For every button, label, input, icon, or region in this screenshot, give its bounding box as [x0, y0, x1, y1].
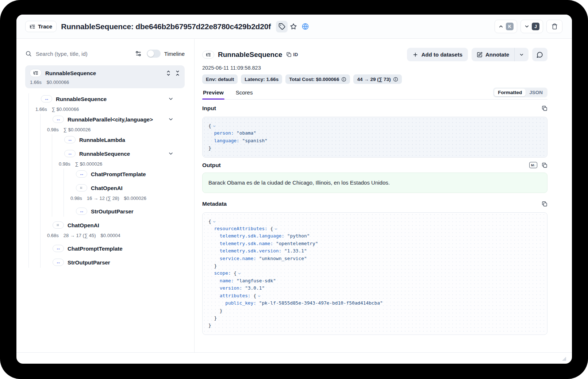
window-header: Trace RunnableSequence: dbe646b2b67957d2…: [16, 15, 572, 39]
collapse-chevron-icon[interactable]: [212, 124, 216, 128]
filter-settings-icon[interactable]: [135, 50, 142, 57]
json-line: language: "spanish": [208, 137, 541, 144]
add-to-datasets-button[interactable]: Add to datasets: [407, 48, 468, 61]
metric-badge: 44 → 29 (∑ 73): [353, 74, 401, 84]
format-toggle: Formatted JSON: [493, 88, 547, 97]
shortcut-key-k: K: [506, 23, 514, 30]
node-label: RunnableSequence: [79, 151, 130, 157]
span-icon: ↔: [76, 208, 87, 215]
format-option-json[interactable]: JSON: [526, 89, 546, 96]
trace-tree-node[interactable]: ↔StrOutputParser: [64, 206, 185, 217]
input-json-viewer: {person: "obama"language: "spanish"}: [202, 117, 547, 158]
copy-metadata-icon[interactable]: [542, 201, 547, 207]
json-line: }: [208, 322, 541, 329]
markdown-toggle-icon[interactable]: M↓: [529, 162, 537, 168]
tab-preview[interactable]: Preview: [202, 89, 224, 99]
prev-trace-button[interactable]: K: [495, 20, 517, 33]
collapse-chevron-icon[interactable]: [274, 227, 278, 231]
trace-timestamp: 2025-06-11 11:09:58.823: [202, 65, 547, 71]
search-icon: [25, 50, 32, 57]
copy-id-icon[interactable]: [286, 52, 292, 57]
chevron-down-icon[interactable]: [168, 96, 174, 102]
node-label: StrOutputParser: [91, 208, 134, 214]
annotate-split-button: Annotate: [472, 48, 529, 61]
edit-icon: [477, 52, 483, 58]
trace-tree-node[interactable]: ChatOpenAI: [41, 220, 185, 231]
app-window: Trace RunnableSequence: dbe646b2b67957d2…: [16, 15, 572, 364]
node-label: ChatOpenAI: [68, 222, 99, 228]
json-line: telemetry.sdk.version: "1.33.1": [208, 247, 541, 255]
trace-tree-node[interactable]: ↔RunnableParallel<city,language>: [41, 114, 185, 125]
trace-tree: ↔RunnableSequence1.66s∑ $0.000066↔Runnab…: [25, 93, 185, 268]
timeline-toggle[interactable]: [147, 50, 161, 58]
copy-input-icon[interactable]: [542, 105, 547, 111]
public-link-button[interactable]: [299, 21, 311, 32]
json-line: }: [208, 262, 541, 270]
observation-detail-panel: RunnableSequence ID Add to datasets: [195, 39, 572, 352]
trace-tree-node[interactable]: ↔ChatPromptTemplate: [64, 169, 185, 179]
output-section-title: Output: [202, 162, 221, 169]
info-icon[interactable]: [393, 77, 398, 82]
next-trace-button[interactable]: J: [520, 20, 543, 33]
collapse-chevron-icon[interactable]: [257, 294, 261, 298]
span-icon: ↔: [64, 136, 76, 143]
root-node-metrics: 1.66s $0.000066: [30, 80, 180, 85]
json-line: public_key: "pk-lf-5855d85e-3943-497e-bd…: [208, 299, 541, 307]
copy-output-icon[interactable]: [542, 162, 547, 168]
annotate-dropdown-button[interactable]: [515, 48, 529, 61]
info-icon[interactable]: [341, 77, 346, 82]
node-metrics: 0.98s∑ $0.000026: [41, 125, 185, 134]
comment-bubble-icon: [537, 51, 543, 58]
trace-tree-node[interactable]: ↔RunnableSequence: [29, 93, 185, 104]
expand-all-icon[interactable]: [166, 70, 171, 76]
star-button[interactable]: [288, 21, 299, 32]
annotate-button[interactable]: Annotate: [472, 48, 514, 61]
chevron-down-icon: [524, 24, 530, 29]
json-line: resourceAttributes: {: [208, 225, 541, 232]
chevron-up-icon: [498, 24, 504, 29]
json-line: scope: {: [208, 270, 541, 277]
collapse-chevron-icon[interactable]: [212, 220, 216, 224]
span-icon: ↔: [41, 95, 52, 103]
shortcut-key-j: J: [532, 23, 539, 30]
delete-trace-button[interactable]: [546, 20, 562, 33]
trace-tree-node[interactable]: ↔RunnableSequence: [52, 148, 185, 159]
chevron-down-icon[interactable]: [168, 116, 174, 122]
node-label: ChatPromptTemplate: [68, 245, 123, 252]
search-input[interactable]: [36, 51, 135, 57]
detail-tabs: Preview Scores Formatted JSON: [202, 88, 547, 100]
node-label: RunnableParallel<city,language>: [68, 116, 153, 123]
globe-icon: [301, 23, 309, 30]
collapse-chevron-icon[interactable]: [238, 272, 241, 275]
tag-icon: [278, 23, 285, 30]
trace-type-badge: Trace: [25, 21, 57, 32]
json-line: }: [208, 314, 541, 322]
node-label: ChatOpenAI: [91, 185, 123, 191]
trace-tree-node[interactable]: ↔StrOutputParser: [41, 257, 185, 268]
star-icon: [290, 23, 297, 30]
list-tree-icon: [30, 24, 35, 30]
json-line: version: "3.0.1": [208, 285, 541, 292]
chevron-down-icon[interactable]: [168, 151, 174, 156]
resize-handle[interactable]: [562, 357, 566, 361]
format-option-formatted[interactable]: Formatted: [494, 89, 526, 96]
trace-root-node[interactable]: RunnableSequence 1.66s $0.000066: [25, 65, 185, 88]
generation-icon: [53, 221, 64, 229]
trace-tree-node[interactable]: ChatOpenAI: [64, 182, 185, 193]
json-line: }: [208, 307, 541, 314]
metrics-row: Env: defaultLatency: 1.66sTotal Cost: $0…: [202, 74, 547, 84]
trace-tree-node[interactable]: ↔ChatPromptTemplate: [41, 243, 185, 254]
node-label: StrOutputParser: [68, 259, 110, 266]
comments-button[interactable]: [532, 48, 547, 61]
tab-scores[interactable]: Scores: [235, 89, 254, 99]
tag-button[interactable]: [276, 21, 288, 32]
collapse-all-icon[interactable]: [175, 70, 180, 76]
json-line: name: "langfuse-sdk": [208, 277, 541, 285]
trace-tree-node[interactable]: ↔RunnableLambda: [52, 134, 185, 145]
node-label: RunnableSequence: [56, 96, 107, 102]
trash-icon: [552, 23, 558, 30]
generation-icon: [76, 184, 87, 192]
list-tree-icon: [30, 69, 42, 77]
metric-badge: Env: default: [202, 74, 238, 84]
json-line: telemetry.sdk.name: "opentelemetry": [208, 240, 541, 247]
